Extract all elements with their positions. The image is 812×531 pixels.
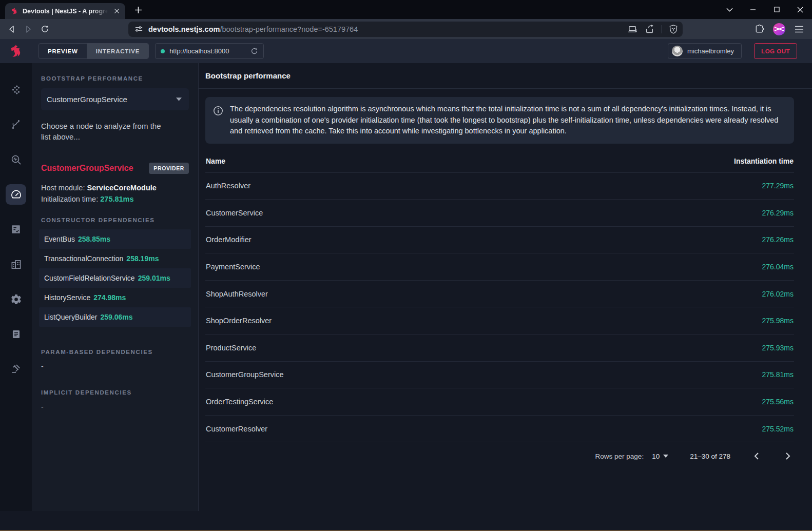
window-minimize-button[interactable] bbox=[741, 0, 765, 19]
init-time-value: 275.81ms bbox=[100, 195, 133, 203]
nav-docs-icon[interactable] bbox=[6, 324, 26, 344]
table-row[interactable]: ShopOrderResolver 275.98ms bbox=[205, 307, 794, 335]
col-header-name: Name bbox=[206, 157, 225, 165]
dependency-item[interactable]: ListQueryBuilder259.06ms bbox=[39, 307, 191, 327]
user-avatar bbox=[672, 46, 683, 56]
browser-tab[interactable]: Devtools | NestJS - A progressive bbox=[5, 3, 125, 19]
dependency-item[interactable]: CustomFieldRelationService259.01ms bbox=[39, 268, 191, 288]
table-row[interactable]: PaymentService 276.04ms bbox=[205, 253, 794, 281]
browser-tab-bar: Devtools | NestJS - A progressive bbox=[0, 0, 812, 19]
preview-tab[interactable]: PREVIEW bbox=[39, 44, 87, 58]
tab-search-chevron-icon[interactable] bbox=[718, 0, 741, 19]
tab-close-icon[interactable] bbox=[112, 7, 121, 16]
view-mode-toggle: PREVIEW INTERACTIVE bbox=[38, 43, 149, 59]
col-header-instantiation-time: Instantiation time bbox=[734, 157, 794, 165]
node-select-value: CustomerGroupService bbox=[47, 95, 176, 104]
bootstrap-performance-panel: BOOTSTRAP PERFORMANCE CustomerGroupServi… bbox=[32, 63, 199, 511]
page-title: Bootstrap performance bbox=[205, 71, 291, 80]
window-maximize-button[interactable] bbox=[765, 0, 788, 19]
rows-per-page-select[interactable]: 10 bbox=[652, 453, 668, 460]
nav-routes-icon[interactable] bbox=[6, 114, 26, 135]
table-row[interactable]: CustomerService 276.29ms bbox=[205, 200, 794, 227]
reload-button[interactable] bbox=[39, 24, 50, 35]
target-url-value: http://localhost:8000 bbox=[169, 47, 246, 55]
window-close-button[interactable] bbox=[788, 0, 812, 19]
browser-profile-avatar[interactable] bbox=[773, 23, 785, 35]
info-text: The dependencies resolution algorithm is… bbox=[230, 104, 785, 137]
table-row[interactable]: ShopAuthResolver 276.02ms bbox=[205, 281, 794, 308]
nav-sandbox-icon[interactable] bbox=[6, 359, 26, 379]
table-body: AuthResolver 277.29ms CustomerService 27… bbox=[205, 173, 794, 443]
previous-page-button[interactable] bbox=[750, 450, 762, 462]
nav-graph-icon[interactable] bbox=[6, 80, 26, 100]
interactive-tab[interactable]: INTERACTIVE bbox=[87, 44, 148, 58]
page-range: 21–30 of 278 bbox=[690, 453, 730, 460]
table-row[interactable]: CustomerResolver 275.52ms bbox=[205, 416, 794, 443]
target-url-input[interactable]: http://localhost:8000 bbox=[155, 43, 264, 59]
nav-audit-icon[interactable] bbox=[6, 219, 26, 240]
selected-node-name: CustomerGroupService bbox=[41, 164, 149, 173]
pagination: Rows per page: 10 21–30 of 278 bbox=[205, 442, 794, 470]
nav-modules-icon[interactable] bbox=[6, 254, 26, 274]
share-icon[interactable] bbox=[645, 25, 654, 33]
init-time-row: Initialization time: 275.81ms bbox=[41, 195, 189, 203]
panel-hint: Choose a node to analyze from the list a… bbox=[41, 121, 169, 142]
url-domain: devtools.nestjs.com bbox=[148, 25, 220, 33]
next-page-button[interactable] bbox=[782, 450, 794, 462]
info-box: The dependencies resolution algorithm is… bbox=[205, 97, 794, 144]
brave-shield-icon[interactable] bbox=[669, 25, 678, 34]
main-content: Bootstrap performance The dependencies r… bbox=[199, 63, 812, 511]
param-deps-title: PARAM-BASED DEPENDENCIES bbox=[41, 349, 189, 355]
table-row[interactable]: OrderTestingService 275.56ms bbox=[205, 388, 794, 416]
user-chip[interactable]: michaelbromley bbox=[668, 43, 742, 59]
site-settings-icon[interactable] bbox=[134, 25, 143, 33]
url-path: /bootstrap-performance?node=-65179764 bbox=[220, 25, 358, 33]
address-bar[interactable]: devtools.nestjs.com/bootstrap-performanc… bbox=[128, 22, 683, 37]
table-row[interactable]: OrderModifier 276.26ms bbox=[205, 227, 794, 254]
dependency-item[interactable]: TransactionalConnection258.19ms bbox=[39, 249, 191, 268]
performance-table: Name Instantiation time AuthResolver 277… bbox=[205, 150, 794, 443]
nestjs-logo[interactable] bbox=[0, 39, 32, 63]
app-header: PREVIEW INTERACTIVE http://localhost:800… bbox=[32, 39, 812, 63]
menu-icon[interactable] bbox=[794, 24, 805, 35]
nav-settings-icon[interactable] bbox=[6, 289, 26, 309]
rows-per-page-label: Rows per page: bbox=[595, 453, 644, 460]
toolbar-divider bbox=[662, 25, 662, 33]
implicit-deps-empty: - bbox=[41, 403, 189, 411]
host-module-row: Host module: ServiceCoreModule bbox=[41, 184, 189, 192]
nav-rail bbox=[0, 39, 32, 511]
browser-toolbar: devtools.nestjs.com/bootstrap-performanc… bbox=[0, 19, 812, 39]
dependency-item[interactable]: EventBus258.85ms bbox=[39, 229, 191, 249]
tab-title: Devtools | NestJS - A progressive bbox=[23, 8, 108, 15]
chevron-down-icon bbox=[663, 455, 668, 458]
constructor-deps-list: EventBus258.85ms TransactionalConnection… bbox=[39, 229, 191, 327]
nav-analyze-icon[interactable] bbox=[6, 149, 26, 170]
implicit-deps-title: IMPLICIT DEPENDENCIES bbox=[41, 389, 189, 396]
panel-section-title: BOOTSTRAP PERFORMANCE bbox=[41, 75, 189, 82]
user-name: michaelbromley bbox=[687, 47, 734, 55]
logout-button[interactable]: LOG OUT bbox=[754, 43, 797, 59]
nestjs-favicon-icon bbox=[10, 7, 18, 15]
nav-bootstrap-performance-icon[interactable] bbox=[6, 184, 26, 205]
extensions-icon[interactable] bbox=[753, 24, 765, 35]
info-icon bbox=[213, 106, 223, 137]
host-module-value: ServiceCoreModule bbox=[87, 184, 156, 192]
constructor-deps-title: CONSTRUCTOR DEPENDENCIES bbox=[41, 217, 189, 223]
table-row[interactable]: CustomerGroupService 275.81ms bbox=[205, 362, 794, 389]
provider-badge: PROVIDER bbox=[149, 163, 189, 174]
table-row[interactable]: ProductService 275.93ms bbox=[205, 335, 794, 362]
param-deps-empty: - bbox=[41, 362, 189, 370]
back-button[interactable] bbox=[6, 24, 17, 35]
refresh-icon[interactable] bbox=[250, 47, 258, 55]
new-tab-button[interactable] bbox=[134, 5, 142, 16]
connection-status-dot bbox=[161, 49, 165, 53]
send-to-device-icon[interactable] bbox=[628, 25, 638, 33]
chevron-down-icon bbox=[176, 97, 182, 101]
dependency-item[interactable]: HistoryService274.98ms bbox=[39, 288, 191, 307]
forward-button[interactable] bbox=[23, 24, 34, 35]
node-select[interactable]: CustomerGroupService bbox=[41, 88, 189, 110]
table-row[interactable]: AuthResolver 277.29ms bbox=[205, 173, 794, 200]
